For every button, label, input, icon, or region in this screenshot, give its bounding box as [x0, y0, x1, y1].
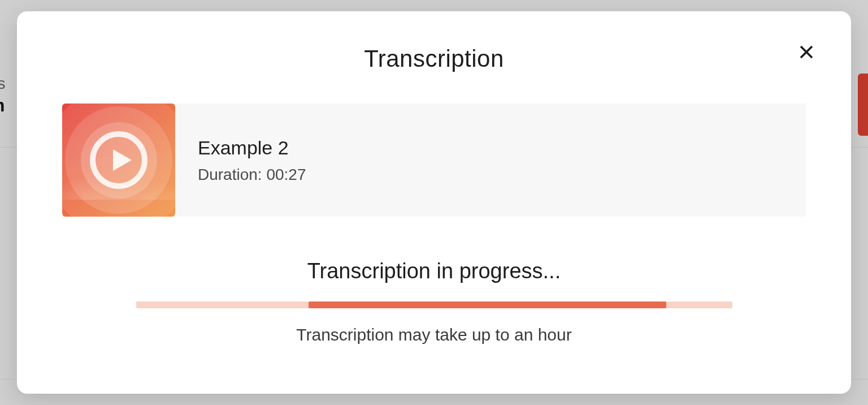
- modal-title: Transcription: [62, 45, 806, 72]
- media-duration: Duration: 00:27: [198, 166, 306, 184]
- transcription-modal: Transcription Example 2 Duration: 00:27 …: [17, 11, 851, 394]
- svg-marker-3: [113, 149, 132, 171]
- media-meta: Example 2 Duration: 00:27: [198, 137, 306, 184]
- status-hint: Transcription may take up to an hour: [62, 325, 806, 344]
- background-text-line2: m: [0, 94, 6, 118]
- status-block: Transcription in progress... Transcripti…: [62, 259, 806, 344]
- media-item: Example 2 Duration: 00:27: [62, 104, 806, 217]
- play-icon: [88, 129, 150, 191]
- background-text: as m: [0, 74, 6, 118]
- progress-bar: [136, 301, 732, 308]
- progress-bar-fill: [309, 301, 666, 308]
- background-accent-strip: [858, 74, 868, 136]
- close-icon: [798, 44, 815, 61]
- close-button[interactable]: [793, 38, 820, 66]
- background-text-line1: as: [0, 74, 6, 94]
- media-title: Example 2: [198, 137, 306, 159]
- media-thumbnail: [62, 104, 175, 217]
- status-title: Transcription in progress...: [62, 259, 806, 283]
